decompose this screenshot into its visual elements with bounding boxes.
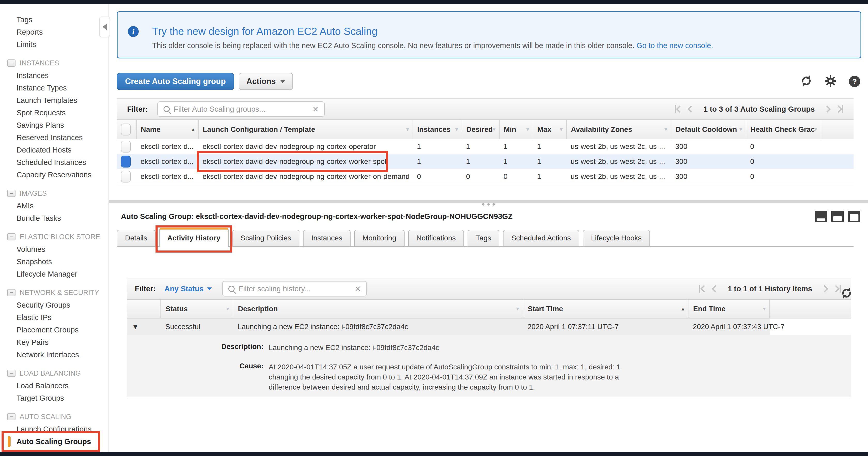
sidebar-item-scheduled-instances[interactable]: Scheduled Instances: [0, 156, 108, 169]
select-all-checkbox[interactable]: [121, 123, 131, 136]
tab-monitoring[interactable]: Monitoring: [354, 230, 405, 246]
tab-activity-history[interactable]: Activity History: [159, 228, 228, 247]
column-header-launch-configuration-template[interactable]: Launch Configuration / Template▼: [198, 120, 413, 139]
column-header-status[interactable]: Status▼: [161, 300, 233, 318]
sidebar-item-lifecycle-manager[interactable]: Lifecycle Manager: [0, 268, 108, 280]
row-checkbox[interactable]: [121, 171, 131, 182]
asg-table-row[interactable]: eksctl-cortex-d...eksctl-cortex-david-de…: [117, 169, 854, 184]
prev-page-button[interactable]: [713, 286, 718, 291]
sidebar-item-savings-plans[interactable]: Savings Plans: [0, 119, 108, 131]
tab-scaling-policies[interactable]: Scaling Policies: [232, 230, 300, 246]
asg-search-input[interactable]: Filter Auto Scaling groups... ×: [157, 101, 325, 117]
collapse-section-icon[interactable]: −: [7, 59, 16, 67]
status-filter-dropdown[interactable]: Any Status: [164, 285, 212, 293]
collapse-section-icon[interactable]: −: [7, 289, 16, 296]
tab-instances[interactable]: Instances: [303, 230, 350, 246]
last-page-button[interactable]: [833, 285, 841, 293]
column-header-instances[interactable]: Instances▼: [413, 120, 462, 139]
column-header-min[interactable]: Min▼: [499, 120, 533, 139]
column-header-health-check-grac[interactable]: Health Check Grac▼: [746, 120, 821, 139]
sidebar-item-network-interfaces[interactable]: Network Interfaces: [0, 348, 108, 361]
next-page-button[interactable]: [822, 286, 827, 291]
sidebar-item-capacity-reservations[interactable]: Capacity Reservations: [0, 169, 108, 181]
gear-icon[interactable]: [825, 75, 836, 88]
column-header-description[interactable]: Description▼: [233, 300, 523, 318]
sidebar-item-spot-requests[interactable]: Spot Requests: [0, 107, 108, 119]
collapse-section-icon[interactable]: −: [7, 190, 16, 197]
cell-availability-zones: us-west-2b, us-west-2c, us-...: [566, 154, 671, 169]
sidebar-item-instance-types[interactable]: Instance Types: [0, 82, 108, 94]
clear-search-icon[interactable]: ×: [355, 284, 361, 294]
sidebar-item-reserved-instances[interactable]: Reserved Instances: [0, 131, 108, 144]
asg-table-row[interactable]: eksctl-cortex-d...eksctl-cortex-david-de…: [117, 154, 854, 169]
sidebar-collapse-button[interactable]: [99, 17, 110, 37]
sidebar-section-images[interactable]: −IMAGES: [0, 187, 108, 200]
history-row[interactable]: ▼ Successful Launching a new EC2 instanc…: [127, 318, 851, 335]
first-page-button[interactable]: [675, 105, 682, 113]
sidebar-item-launch-templates[interactable]: Launch Templates: [0, 94, 108, 107]
sidebar-section-auto-scaling[interactable]: −AUTO SCALING: [0, 410, 108, 423]
sidebar-section-load-balancing[interactable]: −LOAD BALANCING: [0, 367, 108, 379]
help-icon[interactable]: ?: [849, 76, 860, 87]
history-search-input[interactable]: Filter scaling history... ×: [222, 281, 367, 296]
sidebar-item-key-pairs[interactable]: Key Pairs: [0, 336, 108, 348]
pane-large-icon[interactable]: [848, 211, 860, 222]
column-header-desired[interactable]: Desired▼: [462, 120, 499, 139]
column-header-name[interactable]: Name▲: [136, 120, 198, 139]
sidebar-item-reports[interactable]: Reports: [0, 26, 108, 38]
sidebar-section-instances[interactable]: −INSTANCES: [0, 57, 108, 69]
collapse-section-icon[interactable]: −: [7, 233, 16, 240]
asg-table-row[interactable]: eksctl-cortex-d...eksctl-cortex-david-de…: [117, 139, 854, 154]
sidebar-section-network-security[interactable]: −NETWORK & SECURITY: [0, 286, 108, 299]
tab-scheduled-actions[interactable]: Scheduled Actions: [503, 230, 579, 246]
sidebar-item-amis[interactable]: AMIs: [0, 200, 108, 212]
last-page-button[interactable]: [836, 105, 843, 113]
sidebar-item-snapshots[interactable]: Snapshots: [0, 255, 108, 268]
collapse-section-icon[interactable]: −: [7, 370, 16, 377]
column-header-availability-zones[interactable]: Availability Zones▼: [566, 120, 671, 139]
actions-dropdown-button[interactable]: Actions: [239, 73, 293, 90]
pane-medium-icon[interactable]: [831, 211, 844, 222]
pane-small-icon[interactable]: [815, 211, 827, 222]
sidebar-item-security-groups[interactable]: Security Groups: [0, 299, 108, 311]
create-asg-button[interactable]: Create Auto Scaling group: [117, 73, 234, 90]
tab-tags[interactable]: Tags: [468, 230, 499, 246]
sidebar-item-bundle-tasks[interactable]: Bundle Tasks: [0, 212, 108, 224]
row-checkbox[interactable]: [121, 141, 131, 152]
tab-notifications[interactable]: Notifications: [408, 230, 464, 246]
pane-divider[interactable]: [109, 200, 868, 203]
sidebar-item-tags[interactable]: Tags: [0, 13, 108, 26]
tab-label: Scheduled Actions: [511, 234, 571, 242]
sidebar-item-launch-configurations[interactable]: Launch Configurations: [0, 423, 108, 435]
sidebar-item-placement-groups[interactable]: Placement Groups: [0, 324, 108, 336]
sidebar-item-load-balancers[interactable]: Load Balancers: [0, 379, 108, 392]
column-header-default-cooldown[interactable]: Default Cooldown▼: [671, 120, 746, 139]
prev-page-button[interactable]: [688, 107, 693, 112]
refresh-icon[interactable]: [800, 75, 812, 88]
sidebar-section-elastic-block-store[interactable]: −ELASTIC BLOCK STORE: [0, 231, 108, 243]
tab-lifecycle-hooks[interactable]: Lifecycle Hooks: [583, 230, 650, 246]
sidebar-item-volumes[interactable]: Volumes: [0, 243, 108, 255]
collapse-section-icon[interactable]: −: [7, 413, 16, 420]
row-checkbox[interactable]: [121, 155, 131, 168]
history-refresh-icon[interactable]: [841, 287, 852, 300]
banner-title-link[interactable]: Try the new design for Amazon EC2 Auto S…: [152, 26, 713, 37]
go-to-new-console-link[interactable]: Go to the new console.: [637, 41, 713, 50]
clear-search-icon[interactable]: ×: [313, 104, 318, 114]
sidebar-item-dedicated-hosts[interactable]: Dedicated Hosts: [0, 144, 108, 156]
toolbar: Create Auto Scaling group Actions ?: [117, 73, 860, 90]
column-header-end-time[interactable]: End Time▼: [688, 300, 770, 318]
sidebar-item-auto-scaling-groups[interactable]: Auto Scaling Groups: [0, 435, 108, 448]
first-page-button[interactable]: [699, 285, 707, 293]
sidebar-item-label: Launch Configurations: [17, 425, 91, 433]
column-header-start-time[interactable]: Start Time▲: [523, 300, 688, 318]
tab-details[interactable]: Details: [117, 230, 156, 246]
sidebar-item-limits[interactable]: Limits: [0, 38, 108, 51]
tab-label: Notifications: [416, 234, 456, 242]
sidebar-item-elastic-ips[interactable]: Elastic IPs: [0, 311, 108, 324]
expand-toggle-icon[interactable]: ▼: [127, 318, 161, 335]
sidebar-item-instances[interactable]: Instances: [0, 69, 108, 82]
sidebar-item-target-groups[interactable]: Target Groups: [0, 392, 108, 404]
column-header-max[interactable]: Max▼: [533, 120, 566, 139]
next-page-button[interactable]: [825, 107, 830, 112]
